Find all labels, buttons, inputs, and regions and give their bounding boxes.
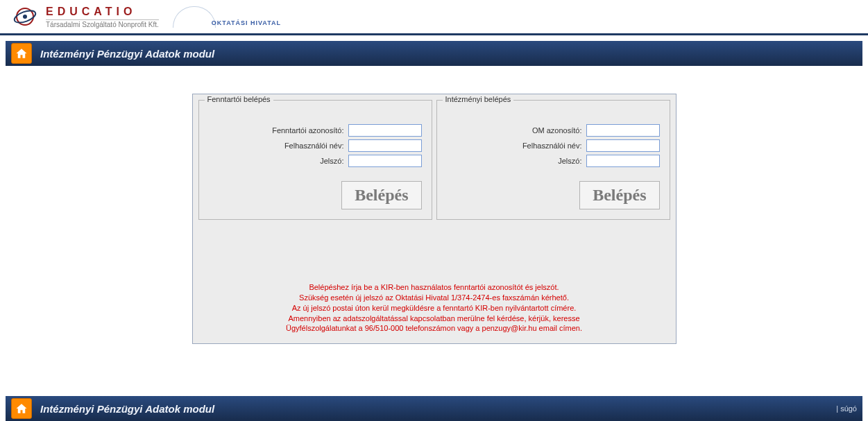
help-line-1: Belépéshez írja be a KIR-ben használatos… — [198, 282, 670, 293]
home-icon — [15, 47, 28, 60]
institution-legend: Intézményi belépés — [443, 95, 514, 103]
institution-pass-input[interactable] — [586, 155, 660, 167]
maintainer-login-panel: Fenntartói belépés Fenntartói azonosító:… — [198, 100, 432, 220]
help-line-4: Amennyiben az adatszolgáltatással kapcso… — [198, 313, 670, 324]
maintainer-id-row: Fenntartói azonosító: — [209, 124, 422, 137]
help-line-5: Ügyfélszolgálatunkat a 96/510-000 telefo… — [198, 323, 670, 334]
maintainer-pass-input[interactable] — [348, 155, 422, 167]
login-panels: Fenntartói belépés Fenntartói azonosító:… — [198, 100, 670, 220]
maintainer-submit-row: Belépés — [209, 181, 422, 209]
educatio-logo-icon — [12, 4, 37, 29]
institution-id-input[interactable] — [586, 124, 660, 137]
maintainer-legend: Fenntartói belépés — [205, 95, 273, 103]
partner-name: OKTATÁSI HIVATAL — [212, 19, 281, 28]
brand-text: EDUCATIO Társadalmi Szolgáltató Nonprofi… — [46, 6, 159, 28]
help-line-2: Szükség esetén új jelszó az Oktatási Hiv… — [198, 293, 670, 303]
institution-pass-label: Jelszó: — [558, 157, 581, 165]
institution-pass-row: Jelszó: — [447, 155, 660, 167]
institution-user-row: Felhasználói név: — [447, 139, 660, 152]
institution-login-button[interactable]: Belépés — [579, 181, 659, 209]
maintainer-user-row: Felhasználói név: — [209, 139, 422, 152]
institution-submit-row: Belépés — [447, 181, 660, 209]
maintainer-user-input[interactable] — [348, 139, 422, 152]
institution-user-label: Felhasználói név: — [522, 141, 582, 150]
institution-login-panel: Intézményi belépés OM azonosító: Felhasz… — [436, 100, 670, 220]
header: EDUCATIO Társadalmi Szolgáltató Nonprofi… — [0, 0, 868, 35]
partner-arc-icon — [173, 6, 216, 28]
maintainer-id-input[interactable] — [348, 124, 422, 137]
maintainer-user-label: Felhasználói név: — [284, 141, 344, 150]
login-card: Fenntartói belépés Fenntartói azonosító:… — [192, 94, 676, 344]
maintainer-pass-row: Jelszó: — [209, 155, 422, 167]
maintainer-id-label: Fenntartói azonosító: — [272, 126, 343, 135]
help-text: Belépéshez írja be a KIR-ben használatos… — [198, 282, 670, 334]
brand-subtitle: Társadalmi Szolgáltató Nonprofit Kft. — [46, 19, 159, 28]
page-title: Intézményi Pénzügyi Adatok modul — [40, 48, 214, 60]
partner-logo: OKTATÁSI HIVATAL — [173, 6, 281, 28]
help-line-3: Az új jelszó postai úton kerül megküldés… — [198, 303, 670, 313]
home-button[interactable] — [11, 43, 32, 64]
institution-id-row: OM azonosító: — [447, 124, 660, 137]
brand-name: EDUCATIO — [46, 6, 159, 18]
institution-id-label: OM azonosító: — [532, 126, 582, 135]
maintainer-pass-label: Jelszó: — [320, 157, 343, 165]
navbar: Intézményi Pénzügyi Adatok modul — [6, 41, 862, 66]
maintainer-login-button[interactable]: Belépés — [341, 181, 421, 209]
content: Fenntartói belépés Fenntartói azonosító:… — [6, 94, 862, 344]
svg-point-2 — [23, 15, 27, 19]
institution-user-input[interactable] — [586, 139, 660, 152]
